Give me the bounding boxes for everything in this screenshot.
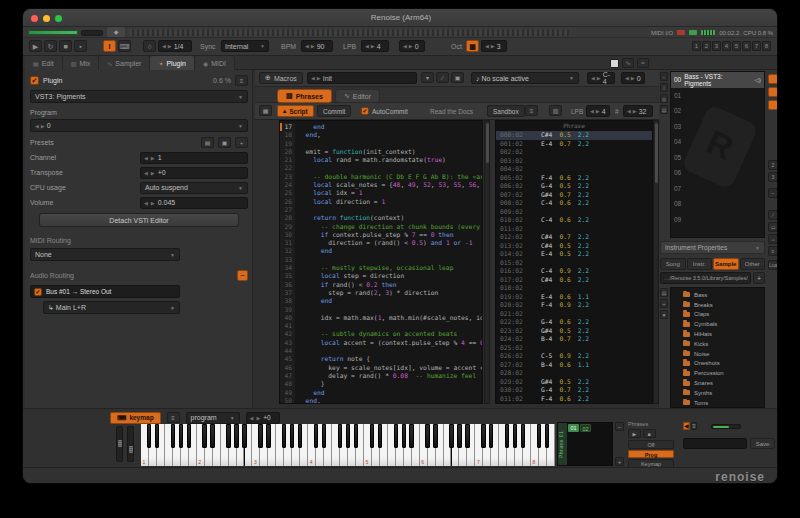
insert-icon[interactable]: I [660,83,668,92]
folder-item[interactable]: Bass [671,290,764,300]
disk-tab-instr[interactable]: Instr. [687,258,713,270]
piano-key-black[interactable] [147,424,151,448]
new-folder-icon[interactable]: + [660,299,668,308]
piano-key-black[interactable] [409,424,413,448]
piano-key-black[interactable] [338,424,342,448]
script-menu-icon[interactable]: ≡ [525,105,538,116]
phrase-row[interactable]: 005:02F-40.62.2 [496,174,652,183]
disk-path-dropdown[interactable]: …/Renoise 3.5.0/Library/Samples/ [660,272,751,284]
track-scopes[interactable] [129,29,569,36]
instrument-row[interactable]: 09 [671,212,764,228]
tab-midi[interactable]: ◉MIDI [195,56,235,70]
titlebar[interactable]: Renoise (Arm64) [23,9,778,27]
phrase-lpb-stepper[interactable]: ◀▶4 [586,105,610,117]
phrase-bank[interactable]: Phrase 01 0102 [557,422,613,466]
piano-key-black[interactable] [449,424,453,448]
phrase-row[interactable]: 014:02E-40.52.2 [496,250,652,259]
piano-key-black[interactable] [370,424,374,448]
folder-item[interactable]: HiHats [671,329,764,339]
folder-item[interactable]: Cymbals [671,319,764,329]
instrument-properties-bar[interactable]: Instrument Properties▼ [660,241,765,254]
phrase-row[interactable]: 000:02C#40.52.2 [496,131,652,140]
piano-key-black[interactable] [513,424,517,448]
phrase-row[interactable]: 018:02 [496,284,652,293]
phrase-row[interactable]: 013:02C#40.52.2 [496,242,652,251]
phrase-mode-off[interactable]: Off [628,440,674,449]
layout-preset-3[interactable]: 3 [768,172,778,182]
phrase-row[interactable]: 022:02G-40.62.2 [496,318,652,327]
phrase-row[interactable]: 003:02 [496,157,652,166]
phrase-row[interactable]: 004:02 [496,165,652,174]
sync-dropdown[interactable]: Internal▼ [221,40,269,52]
piano-key-black[interactable] [457,424,461,448]
zoom-traffic-light[interactable] [55,15,62,22]
audio-bus-row[interactable]: ✔ Bus #01 → Stereo Out [30,285,180,298]
octave-stepper[interactable]: ◀▶3 [481,40,507,52]
lua-script-editor[interactable]: 17 end18 end,1920 emit = function(init_c… [279,120,483,404]
preset-folder-icon[interactable]: ▤ [201,137,214,148]
import-sample-button[interactable]: ◀ [683,422,690,430]
view-preset-7[interactable]: 7 [752,41,761,51]
commit-button[interactable]: Commit [317,105,351,117]
piano-key-black[interactable] [258,424,262,448]
view-preset-1[interactable]: 1 [692,41,701,51]
phrase-row[interactable]: 002:02 [496,148,652,157]
instrument-list[interactable]: 00Bass - VST3: Pigments◁)010203040506070… [670,71,765,238]
pitch-wheel-slider[interactable] [116,426,123,462]
phrase-list-icon[interactable]: ▦ [259,105,272,116]
add-path-button[interactable]: + [753,272,765,284]
instrument-row[interactable]: 06 [671,165,764,181]
piano-key-black[interactable] [266,424,270,448]
preset-save-icon[interactable]: ▣ [218,137,231,148]
bpm-stepper[interactable]: ◀▶90 [301,40,333,52]
instrument-preset-stepper[interactable]: ◀▶Init [307,72,417,84]
upper-frame-toggle[interactable] [768,74,778,84]
plugin-enabled-checkbox[interactable]: ✔ [30,76,39,85]
program-mode-dropdown[interactable]: program▼ [186,412,240,424]
bus-target-dropdown[interactable]: ↳ Main L+R▼ [43,301,180,314]
phrase-row[interactable]: 031:02F-40.62.2 [496,395,652,404]
tab-phrases[interactable]: ▤Phrases [277,89,332,103]
view-preset-2[interactable]: 2 [702,41,711,51]
piano-key-black[interactable] [234,424,238,448]
master-volume-meter[interactable] [28,30,78,35]
phrase-row[interactable]: 001:02E-40.72.2 [496,140,652,149]
audio-routing-collapse-button[interactable]: − [237,270,248,281]
folder-item[interactable]: Percussion [671,368,764,378]
piano-key-black[interactable] [433,424,437,448]
save-preset-icon[interactable]: ▣ [451,72,464,83]
phrase-add-button[interactable]: + [615,457,624,466]
computer-keyboard-icon[interactable]: ▦ [466,40,479,52]
collapse-panel-icon[interactable]: − [768,188,778,198]
phrase-row[interactable]: 027:02B-40.61.1 [496,361,652,370]
sandbox-button[interactable]: Sandbox [487,105,525,117]
phrase-mode-prog[interactable]: Prog [628,450,674,459]
piano-key-black[interactable] [354,424,358,448]
piano-key-black[interactable] [171,424,175,448]
view-preset-5[interactable]: 5 [732,41,741,51]
piano-key-black[interactable] [505,424,509,448]
keymap-transpose-stepper[interactable]: ◀▶+0 [246,412,280,424]
folder-item[interactable]: Oneshots [671,359,764,369]
instrument-row[interactable]: 07 [671,181,764,197]
piano-key-black[interactable] [378,424,382,448]
phrase-note-preview[interactable]: Phrase 000:02C#40.52.2001:02E-40.72.2002… [495,120,653,404]
piano-key-black[interactable] [537,424,541,448]
step-length-stepper[interactable]: ◀▶1/4 [158,40,192,52]
piano-key-black[interactable] [298,424,302,448]
phrase-row[interactable]: 024:02B-40.72.2 [496,335,652,344]
phrase-row[interactable]: 026:02C-50.92.2 [496,352,652,361]
record-icon[interactable]: ◎ [660,94,668,103]
loop-button[interactable]: ↻ [44,40,57,52]
code-scrollbar[interactable] [484,120,490,404]
piano-key-black[interactable] [210,424,214,448]
groove-stepper[interactable]: ◀▶0 [399,40,425,52]
folder-item[interactable]: Claps [671,310,764,320]
phrase-row[interactable]: 028:02 [496,369,652,378]
close-traffic-light[interactable] [31,15,38,22]
preset-add-icon[interactable]: + [235,137,248,148]
phrase-row[interactable]: 009:02 [496,208,652,217]
read-the-docs-link[interactable]: Read the Docs [430,108,473,115]
phrase-row[interactable]: 025:02 [496,344,652,353]
plugin-select-dropdown[interactable]: VST3: Pigments▼ [30,90,248,103]
